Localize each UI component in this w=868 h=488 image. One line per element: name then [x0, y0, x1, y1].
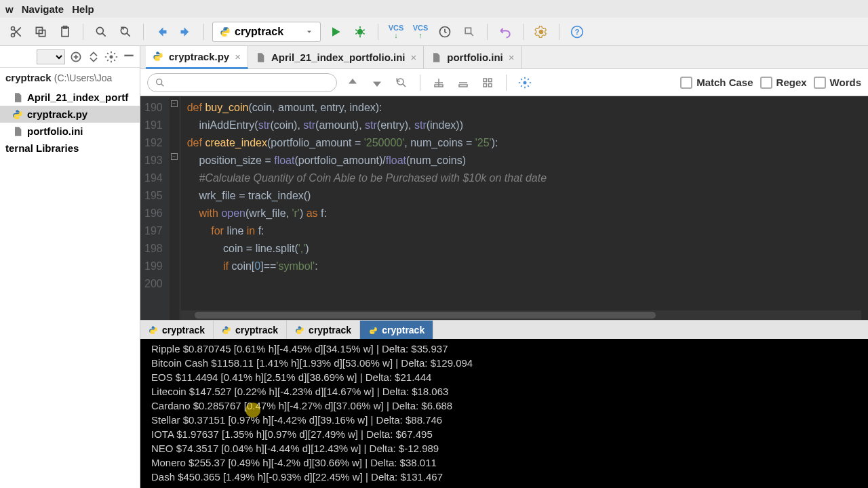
svg-line-11: [127, 33, 130, 37]
svg-line-20: [363, 33, 365, 34]
vcs-revert-icon[interactable]: [460, 22, 479, 41]
run-icon[interactable]: [326, 22, 345, 41]
cut-icon[interactable]: [7, 22, 26, 41]
tree-item[interactable]: cryptrack.py: [0, 106, 140, 123]
svg-point-13: [226, 35, 226, 35]
run-tab[interactable]: cryptrack: [360, 321, 433, 339]
svg-rect-41: [484, 83, 487, 87]
fold-gutter[interactable]: − −: [170, 96, 180, 320]
close-icon[interactable]: ×: [509, 52, 515, 63]
svg-point-14: [357, 28, 363, 34]
expand-icon[interactable]: [69, 50, 83, 64]
paste-icon[interactable]: [56, 22, 75, 41]
match-case-checkbox[interactable]: Match Case: [680, 77, 753, 89]
run-config-label: cryptrack: [235, 26, 283, 38]
svg-rect-40: [489, 79, 492, 82]
select-all-icon[interactable]: [479, 74, 496, 92]
run-tab[interactable]: cryptrack: [287, 321, 360, 339]
svg-rect-29: [124, 54, 133, 56]
find-input[interactable]: [170, 77, 330, 88]
project-panel-toolbar: [0, 46, 140, 68]
svg-text:?: ?: [574, 27, 579, 36]
svg-rect-39: [484, 79, 487, 82]
svg-line-33: [403, 83, 406, 86]
svg-line-18: [363, 29, 365, 30]
replace-icon[interactable]: [116, 22, 135, 41]
svg-line-19: [355, 33, 357, 34]
find-settings-icon[interactable]: [516, 74, 534, 92]
run-tab[interactable]: cryptrack: [214, 321, 287, 339]
tree-item[interactable]: April_21_index_portf: [0, 89, 140, 106]
main-toolbar: cryptrack VCS↓ VCS↑ ?: [0, 18, 868, 46]
menu-bar: w Navigate Help: [0, 0, 868, 18]
svg-point-0: [12, 26, 15, 30]
menu-help[interactable]: Help: [72, 3, 94, 15]
help-icon[interactable]: ?: [568, 22, 587, 41]
back-icon[interactable]: [152, 22, 171, 41]
close-icon[interactable]: ×: [411, 52, 417, 63]
svg-point-12: [223, 28, 224, 28]
search-icon: [155, 77, 165, 88]
collapse-icon[interactable]: [87, 50, 100, 64]
svg-line-31: [161, 83, 164, 86]
svg-rect-38: [459, 85, 467, 87]
undo-icon[interactable]: [496, 22, 515, 41]
line-gutter: 190191192193194195196197198199200: [140, 96, 170, 320]
close-icon[interactable]: ×: [235, 51, 241, 62]
tree-item[interactable]: portfolio.ini: [0, 123, 140, 140]
tab-portfolio[interactable]: portfolio.ini ×: [424, 46, 521, 69]
editor-hscrollbar[interactable]: [181, 310, 861, 320]
next-match-icon[interactable]: [368, 74, 386, 92]
chevron-down-icon: [305, 28, 313, 36]
tab-april21[interactable]: April_21_index_portfolio.ini ×: [248, 46, 424, 69]
project-root[interactable]: cryptrack (C:\Users\Joa: [0, 68, 140, 87]
forward-icon[interactable]: [176, 22, 195, 41]
vcs-update-icon[interactable]: VCS↓: [387, 22, 406, 41]
editor-tabs: cryptrack.py × April_21_index_portfolio.…: [140, 46, 868, 69]
svg-rect-42: [489, 83, 492, 87]
svg-point-43: [524, 81, 527, 84]
run-tab[interactable]: cryptrack: [140, 321, 214, 339]
external-libraries[interactable]: ternal Libraries: [0, 140, 140, 157]
svg-rect-22: [465, 28, 471, 33]
menu-navigate[interactable]: Navigate: [22, 3, 64, 15]
prev-match-icon[interactable]: [344, 74, 361, 92]
remove-selection-icon[interactable]: [454, 74, 472, 92]
hide-panel-icon[interactable]: [122, 50, 136, 64]
tab-cryptrack[interactable]: cryptrack.py ×: [146, 46, 248, 69]
words-checkbox[interactable]: Words: [814, 77, 861, 89]
find-in-path-icon[interactable]: [393, 74, 410, 92]
svg-point-10: [121, 27, 127, 34]
code-editor[interactable]: 190191192193194195196197198199200 − − de…: [140, 96, 868, 320]
settings-icon[interactable]: [532, 22, 551, 41]
regex-checkbox[interactable]: Regex: [760, 77, 807, 89]
project-scope-select[interactable]: [37, 49, 65, 64]
run-tool-tabs: cryptrackcryptrackcryptrackcryptrack: [140, 320, 868, 339]
run-config-selector[interactable]: cryptrack: [212, 22, 321, 42]
copy-icon[interactable]: [31, 22, 50, 41]
gear-icon[interactable]: [104, 50, 118, 64]
code-content[interactable]: def buy_coin(coin, amount, entry, index)…: [180, 96, 868, 320]
svg-line-17: [355, 29, 357, 30]
find-bar: Match Case Regex Words: [140, 69, 868, 96]
find-icon[interactable]: [92, 22, 111, 41]
debug-icon[interactable]: [351, 22, 370, 41]
svg-line-9: [102, 33, 106, 37]
menu-window[interactable]: w: [5, 3, 14, 15]
vcs-commit-icon[interactable]: VCS↑: [411, 22, 430, 41]
svg-point-1: [12, 33, 15, 37]
find-input-wrapper: [147, 73, 337, 92]
add-selection-icon[interactable]: [430, 74, 448, 92]
svg-point-30: [157, 79, 162, 84]
project-tree: April_21_index_portf cryptrack.py portfo…: [0, 87, 140, 158]
project-panel: cryptrack (C:\Users\Joa April_21_index_p…: [0, 46, 140, 488]
run-console[interactable]: Ripple $0.870745 [0.61% h][-4.45% d][34.…: [140, 339, 868, 488]
svg-point-28: [110, 55, 113, 58]
svg-point-8: [96, 27, 103, 34]
vcs-history-icon[interactable]: [435, 22, 454, 41]
